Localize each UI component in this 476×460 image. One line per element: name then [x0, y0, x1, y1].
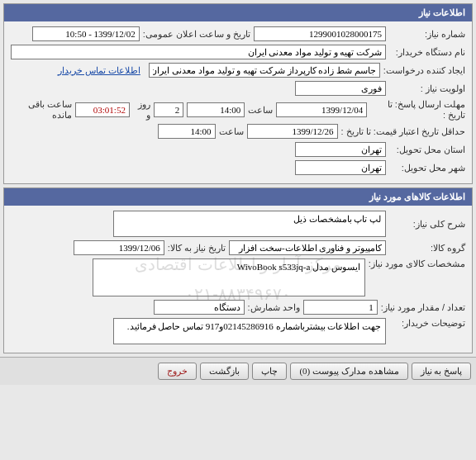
- print-button[interactable]: چاپ: [252, 363, 287, 380]
- panel2-body: مرکز آمار و اطلاعات اقتصادی۰۲۱-۸۸۳۴۹۶۷۰ …: [4, 206, 472, 353]
- priority-input[interactable]: [295, 81, 386, 96]
- min-credit-label: حداقل تاریخ اعتبار قیمت: تا تاریخ :: [341, 126, 465, 137]
- back-button[interactable]: بازگشت: [200, 363, 249, 380]
- spec-input[interactable]: [93, 258, 365, 296]
- delivery-province-input[interactable]: [295, 142, 386, 157]
- delivery-city-input[interactable]: [295, 160, 386, 175]
- deadline-time-input[interactable]: [187, 102, 245, 117]
- deadline-date-input[interactable]: [276, 102, 367, 117]
- notes-input[interactable]: [113, 318, 386, 344]
- summary-input[interactable]: [113, 211, 386, 237]
- priority-label: اولویت نیاز :: [389, 83, 465, 94]
- need-number-input[interactable]: [254, 26, 386, 41]
- view-attachments-button[interactable]: مشاهده مدارک پیوست (0): [290, 363, 407, 380]
- need-number-label: شماره نیاز:: [389, 29, 465, 40]
- delivery-city-label: شهر محل تحویل:: [389, 163, 465, 173]
- creator-label: ایجاد کننده درخواست:: [383, 65, 465, 76]
- min-credit-date-input[interactable]: [247, 124, 338, 139]
- respond-button[interactable]: پاسخ به نیاز: [412, 363, 472, 380]
- unit-input[interactable]: [154, 300, 245, 315]
- goods-panel: اطلاعات کالاهای مورد نیاز مرکز آمار و اط…: [3, 187, 473, 353]
- days-input[interactable]: [154, 102, 183, 117]
- contact-link[interactable]: اطلاعات تماس خریدار: [58, 65, 140, 76]
- time-label-2: ساعت: [219, 126, 244, 137]
- footer-bar: پاسخ به نیاز مشاهده مدارک پیوست (0) چاپ …: [0, 357, 476, 385]
- panel1-body: شماره نیاز: تاریخ و ساعت اعلان عمومی: نا…: [4, 21, 472, 183]
- buyer-label: نام دستگاه خریدار:: [389, 47, 465, 58]
- deadline-label: مهلت ارسال پاسخ: تا تاریخ :: [370, 99, 465, 121]
- panel1-title: اطلاعات نیاز: [4, 4, 472, 21]
- group-label: گروه کالا:: [389, 243, 465, 254]
- announce-input[interactable]: [32, 26, 140, 41]
- info-panel: اطلاعات نیاز شماره نیاز: تاریخ و ساعت اع…: [3, 3, 473, 184]
- exit-button[interactable]: خروج: [158, 363, 197, 380]
- min-credit-time-input[interactable]: [158, 124, 216, 139]
- days-label: روز و: [133, 99, 150, 121]
- creator-input[interactable]: [149, 63, 380, 78]
- panel2-title: اطلاعات کالاهای مورد نیاز: [4, 188, 472, 206]
- summary-label: شرح کلی نیاز:: [389, 219, 465, 230]
- unit-label: واحد شمارش:: [248, 302, 300, 313]
- buyer-input[interactable]: [11, 45, 386, 59]
- need-date-input[interactable]: [74, 240, 164, 255]
- group-input[interactable]: [229, 240, 386, 255]
- time-label-1: ساعت: [248, 105, 273, 116]
- spec-label: مشخصات کالای مورد نیاز:: [369, 258, 465, 269]
- remaining-label: ساعت باقی مانده: [11, 99, 72, 121]
- countdown-input: [75, 102, 130, 117]
- qty-label: تعداد / مقدار مورد نیاز:: [381, 302, 465, 313]
- announce-label: تاریخ و ساعت اعلان عمومی:: [143, 29, 250, 40]
- notes-label: توضیحات خریدار:: [389, 318, 465, 329]
- qty-input[interactable]: [303, 300, 378, 315]
- delivery-province-label: استان محل تحویل:: [389, 145, 465, 155]
- need-date-label: تاریخ نیاز به کالا:: [168, 243, 226, 254]
